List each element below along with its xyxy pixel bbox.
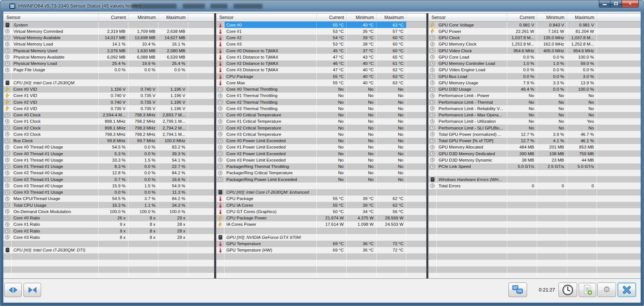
minimize-button[interactable] (599, 0, 610, 7)
sensor-row[interactable]: GPU Memory Allocated484 MB201 MB853 MB (428, 144, 641, 150)
sensor-row[interactable]: Core #0 Power Limit ExceededNoNoNo (216, 138, 426, 144)
column-header-sensor[interactable]: Sensor (428, 13, 507, 21)
sensor-row[interactable]: Max CPU/Thread Usage54.5 %3.7 %84.2 % (3, 196, 214, 202)
close-sensors-button[interactable] (617, 282, 636, 297)
sensor-row[interactable]: On-Demand Clock Modulation100.0 %100.0 %… (3, 208, 214, 215)
sensor-row[interactable]: Performance Limit - Max Opera...NoNoNo (428, 112, 641, 118)
sensor-row[interactable]: GPU Video Engine Load0.0 %0.0 %0.0 % (428, 67, 641, 73)
sensor-row[interactable]: Core #2 Ratio9 x8 x28 x (3, 228, 214, 234)
column-header-maximum[interactable]: Maximum (158, 13, 188, 21)
sensor-row[interactable]: GPU Clock1,037.8 M...135.0 MHz1,037.8 M.… (428, 35, 641, 41)
settings-button[interactable]: ⚙ (597, 282, 616, 297)
sensor-row[interactable]: Virtual Memory Commited2,319 MB1,709 MB2… (3, 28, 214, 34)
sensor-row[interactable]: CPU Package55 °C39 °C62 °C (216, 196, 426, 202)
narrow-window-button[interactable] (24, 283, 41, 297)
maximize-button[interactable] (610, 0, 622, 7)
column-header-current[interactable]: Current (99, 13, 129, 21)
sensor-row[interactable]: Core #055 °C40 °C63 °C (216, 22, 426, 28)
sensor-row[interactable]: Core #1 Thread #0 Usage33.3 %1.5 %54.1 % (3, 157, 214, 163)
sensor-row[interactable]: GPU Video Clock954.6 MHz405.0 MHz954.6 M… (428, 47, 641, 54)
start-logging-button[interactable] (579, 283, 596, 297)
sensor-row[interactable]: Package/Ring Critical TemperatureNoNoNo (216, 170, 426, 176)
sensor-row[interactable]: GPU Memory Clock1,252.8 M...162.0 MHz1,2… (428, 41, 641, 47)
sensor-row[interactable]: PCIe Link Speed5.0 GT/s2.5 GT/s5.0 GT/s (428, 163, 641, 170)
column-header-sensor[interactable]: Sensor (216, 13, 317, 21)
section-header-row[interactable]: CPU [#0]: Intel Core i7-2630QM: Enhanced (216, 189, 426, 196)
sensor-row[interactable]: GPU Memory Controller Load1.0 %1.0 %59.0… (428, 60, 641, 67)
sensor-row[interactable]: Performance Limit - Reliability V...NoNo… (428, 105, 641, 112)
sensor-row[interactable]: CPU IA Cores55 °C39 °C62 °C (216, 202, 426, 208)
sensor-row[interactable]: Physical Memory Available6,092 MB6,088 M… (3, 54, 214, 60)
sensor-row[interactable]: Core #1 Thermal ThrottlingNoNoNo (216, 93, 426, 99)
sensor-row[interactable]: Performance Limit - PowerNoNoNo (428, 93, 641, 99)
sensor-row[interactable]: Core #2 VID0.740 V0.735 V1.196 V (3, 99, 214, 105)
column-header-maximum[interactable]: Maximum (567, 13, 597, 21)
sensor-row[interactable]: Core #254 °C39 °C60 °C (216, 35, 426, 41)
remote-monitoring-button[interactable] (508, 282, 527, 297)
section-header-row[interactable]: CPU [#0]: Intel Core i7-2630QM: DTS (3, 247, 214, 253)
sensor-row[interactable]: Core #2 Distance to TjMAX46 °C40 °C61 °C (216, 60, 426, 67)
sensor-row[interactable]: GPU Power22.261 W7.161 W81.204 W (428, 28, 641, 34)
sensor-row[interactable]: CPU Package Power21.674 W4.375 W28.569 W (216, 215, 426, 221)
column-header-sensor[interactable]: Sensor (3, 13, 99, 21)
sensor-row[interactable]: Core #3 Ratio8 x8 x28 x (3, 234, 214, 240)
sensor-row[interactable]: Performance Limit - ThermalNoNoNo (428, 99, 641, 105)
sensor-row[interactable]: Physical Memory Load25.4 %19.9 %25.4 % (3, 60, 214, 67)
sensor-row[interactable]: Core #1 Thread #1 Usage8.3 %0.0 %22.7 % (3, 163, 214, 170)
column-header-current[interactable]: Current (317, 13, 347, 21)
sensor-row[interactable]: Bus Clock99.8 MHz99.7 MHz100.0 MHz (3, 138, 214, 144)
column-header-minimum[interactable]: Minimum (537, 13, 567, 21)
sensor-row[interactable]: Core #1 Power Limit ExceededNoNoNo (216, 144, 426, 150)
sensor-row[interactable]: Core #0 Clock2,594.4 M...798.3 MHz2,893.… (3, 112, 214, 118)
sensor-row[interactable]: Core #1 Clock898.1 MHz798.2 MHz2,799.1 M… (3, 118, 214, 125)
sensor-row[interactable]: Core #2 Clock898.1 MHz798.3 MHz2,794.2 M… (3, 125, 214, 131)
sensor-row[interactable]: CPU GT Cores (Graphics)50 °C34 °C56 °C (216, 208, 426, 215)
sensor-row[interactable]: GPU D3D Memory Dynamic38 MB23 MB44 MB (428, 157, 641, 163)
sensor-row[interactable]: Package/Ring Thermal ThrottlingNoNoNo (216, 163, 426, 170)
sensor-row[interactable]: Core #2 Thread #0 Usage12.8 %0.0 %84.2 % (3, 170, 214, 176)
section-header-row[interactable]: GPU [#0]: NVIDIA GeForce GTX 970M: (216, 234, 426, 240)
sensor-row[interactable]: Total Errors000 (428, 182, 641, 189)
sensor-row[interactable]: Core Max55 °C40 °C63 °C (216, 79, 426, 86)
sensor-row[interactable]: Core #0 Critical TemperatureNoNoNo (216, 112, 426, 118)
section-header-row[interactable]: CPU [#0]: Intel Core i7-2630QM (3, 79, 214, 86)
sensor-row[interactable]: Core #3 Distance to TjMAX47 °C40 °C62 °C (216, 67, 426, 73)
sensor-row[interactable]: Core #3 VID0.735 V0.735 V1.196 V (3, 105, 214, 112)
sensor-row[interactable]: Total CPU Usage16.3 %1.1 %34.3 % (3, 202, 214, 208)
sensor-row[interactable]: Total GPU Power [% of TDP]12.7 %4.1 %46.… (428, 138, 641, 144)
sensor-row[interactable]: Core #3 Power Limit ExceededNoNoNo (216, 157, 426, 163)
sensor-row[interactable]: Performance Limit - UtilizationNoNoYes (428, 118, 641, 125)
sensor-row[interactable]: GPU D3D Memory Dedicated390 MB108 MB759 … (428, 150, 641, 157)
sensor-row[interactable]: Core #2 Power Limit ExceededNoNoNo (216, 150, 426, 157)
sensor-row[interactable]: Core #0 Distance to TjMAX45 °C37 °C60 °C (216, 47, 426, 54)
column-header-minimum[interactable]: Minimum (129, 13, 158, 21)
section-header-row[interactable]: System (3, 22, 214, 28)
sensor-row[interactable]: Core #1 Distance to TjMAX47 °C43 °C65 °C (216, 54, 426, 60)
sensor-row[interactable]: Core #3 Thread #0 Usage15.9 %1.5 %54.9 % (3, 182, 214, 189)
sensor-row[interactable]: Core #2 Critical TemperatureNoNoNo (216, 125, 426, 131)
sensor-row[interactable]: GPU Core Load0.0 %0.0 %100.0 % (428, 54, 641, 60)
sensor-row[interactable]: Physical Memory Used2,076 MB1,630 MB2,08… (3, 47, 214, 54)
column-header-current[interactable]: Current (507, 13, 537, 21)
sensor-row[interactable]: Core #3 Thermal ThrottlingNoNoNo (216, 105, 426, 112)
sensor-row[interactable]: GPU Memory Usage7.9 %3.3 %13.9 % (428, 79, 641, 86)
close-window-button[interactable]: ✕ (622, 0, 639, 7)
title-bar[interactable]: HWiNFO64 v5.73-3340 Sensor Status [45 va… (0, 0, 644, 12)
section-header-row[interactable]: Windows Hardware Errors (WH... (428, 176, 641, 182)
sensor-row[interactable]: Core #153 °C35 °C57 °C (216, 28, 426, 34)
sensor-row[interactable]: Core #1 Ratio9 x8 x28 x (3, 221, 214, 228)
sensor-row[interactable]: Package/Ring Power Limit ExceededNoNoNo (216, 176, 426, 182)
sensor-row[interactable]: Virtual Memory Available14,017 MB13,698 … (3, 35, 214, 41)
sensor-row[interactable]: Virtual Memory Load14.1 %10.4 %16.1 % (3, 41, 214, 47)
sensor-row[interactable]: Core #3 Thread #1 Usage0.0 %0.0 %11.3 % (3, 189, 214, 196)
sensor-row[interactable]: Core #353 °C38 °C60 °C (216, 41, 426, 47)
sensor-row[interactable]: GPU Bus Load0.0 %0.0 %3.0 % (428, 73, 641, 79)
sensor-row[interactable]: Page File Usage0.0 %0.0 %0.0 % (3, 67, 214, 73)
column-header-maximum[interactable]: Maximum (377, 13, 406, 21)
sensor-row[interactable]: GPU Temperature69 °C36 °C72 °C (216, 241, 426, 247)
sensor-row[interactable]: IA Cores Power17.614 W1.098 W24.503 W (216, 221, 426, 228)
widen-window-button[interactable] (4, 283, 22, 297)
sensor-row[interactable]: Core #3 Critical TemperatureNoNoNo (216, 131, 426, 137)
sensor-row[interactable]: Core #1 VID0.740 V0.735 V1.196 V (3, 93, 214, 99)
sensor-row[interactable]: Core #0 VID1.156 V0.740 V1.196 V (3, 86, 214, 93)
